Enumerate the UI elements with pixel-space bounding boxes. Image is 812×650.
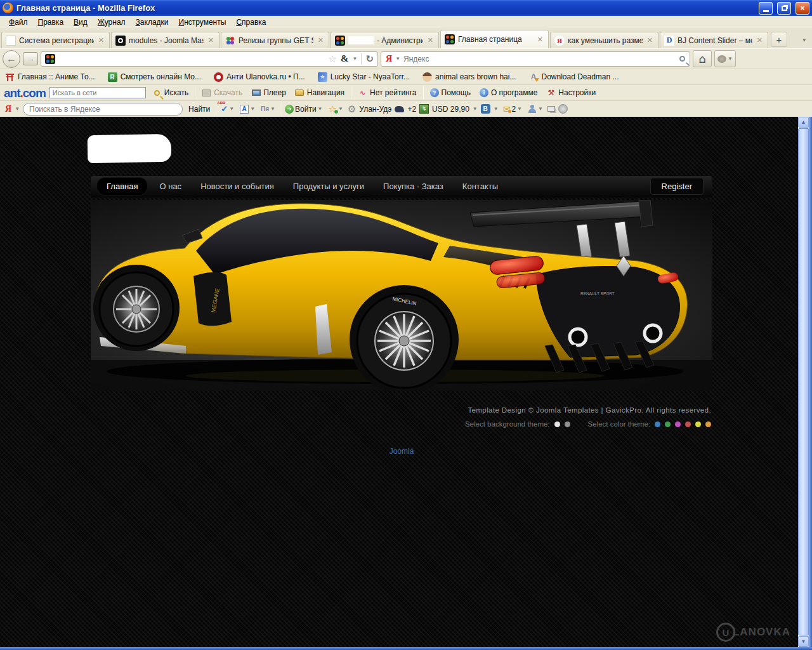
color-dot-blue[interactable] bbox=[655, 421, 660, 427]
bookmark-animal-ears[interactable]: animal ears brown hai... bbox=[422, 72, 516, 82]
tab-joomla-master-modules[interactable]: modules - Joomla Master ... ✕ bbox=[111, 32, 219, 48]
bookmark-lucky-star[interactable]: ★ Lucky Star - NyaaTorr... bbox=[318, 72, 410, 82]
bookmark-anime-home[interactable]: Главная :: Аниме То... bbox=[5, 72, 95, 82]
menu-bookmarks[interactable]: Закладки bbox=[131, 17, 174, 28]
weather-temp[interactable]: +2 bbox=[407, 105, 416, 114]
color-dot-yellow[interactable] bbox=[695, 421, 701, 427]
tab-close-icon[interactable]: ✕ bbox=[756, 36, 764, 44]
ant-rating-button[interactable]: ∿ Нет рейтинга bbox=[355, 88, 419, 98]
scroll-down-arrow[interactable]: ▼ bbox=[798, 636, 809, 647]
settings-circle-icon[interactable] bbox=[558, 104, 568, 114]
chevron-down-icon[interactable]: ▼ bbox=[494, 106, 499, 112]
menu-item-about[interactable]: О нас bbox=[150, 178, 191, 195]
color-dot-red[interactable] bbox=[685, 421, 691, 427]
search-bar[interactable]: Я ▼ bbox=[381, 51, 690, 67]
scrollbar-thumb[interactable] bbox=[798, 128, 809, 635]
chevron-down-icon[interactable]: ▼ bbox=[395, 56, 400, 62]
menu-item-news[interactable]: Новости и события bbox=[191, 178, 284, 195]
ant-search-button[interactable]: Искать bbox=[150, 88, 191, 98]
divider bbox=[216, 103, 216, 116]
menu-item-contacts[interactable]: Контакты bbox=[453, 178, 508, 195]
profile-button[interactable]: ▼ bbox=[527, 105, 544, 114]
menu-view[interactable]: Вид bbox=[69, 17, 93, 28]
list-all-tabs-button[interactable]: ▾ bbox=[799, 36, 809, 44]
chevron-down-icon[interactable]: ▼ bbox=[15, 106, 20, 112]
site-logo-redacted bbox=[88, 134, 172, 163]
menu-edit[interactable]: Правка bbox=[33, 17, 69, 28]
tab-bj-content-slider[interactable]: D BJ Content Slider – моду... ✕ bbox=[660, 32, 768, 48]
ant-search-input[interactable] bbox=[49, 87, 146, 98]
chevron-down-icon[interactable]: ▼ bbox=[473, 106, 478, 112]
yandex-logo[interactable]: Я bbox=[5, 104, 11, 114]
bookmark-star-icon[interactable]: ☆ bbox=[329, 53, 337, 65]
bookmark-download-deadman[interactable]: A Download Deadman ... bbox=[528, 72, 619, 82]
login-button[interactable]: ➔ Войти ▼ bbox=[284, 105, 324, 114]
yandex-search-input[interactable] bbox=[29, 105, 176, 114]
tab-close-icon[interactable]: ✕ bbox=[97, 36, 105, 44]
menu-tools[interactable]: Инструменты bbox=[174, 17, 232, 28]
tab-close-icon[interactable]: ✕ bbox=[426, 36, 435, 44]
vertical-scrollbar[interactable]: ▲ ▼ bbox=[798, 117, 809, 647]
tab-close-icon[interactable]: ✕ bbox=[646, 36, 654, 44]
register-button[interactable]: Register bbox=[650, 178, 704, 195]
translate-button[interactable]: А ▼ bbox=[239, 105, 256, 114]
tab-close-icon[interactable]: ✕ bbox=[207, 36, 215, 44]
color-dot-magenta[interactable] bbox=[675, 421, 681, 427]
menu-history[interactable]: Журнал bbox=[93, 17, 131, 28]
extension-button[interactable]: ▼ bbox=[714, 50, 736, 67]
forward-button[interactable]: → bbox=[23, 52, 38, 65]
new-tab-button[interactable]: + bbox=[771, 32, 787, 47]
ant-download-button[interactable]: Скачать bbox=[199, 88, 245, 98]
tab-get-smart-releases[interactable]: Релизы группы GET SMA... ✕ bbox=[221, 32, 329, 48]
bg-theme-dot-dark[interactable] bbox=[565, 421, 570, 427]
menu-bar: Файл Правка Вид Журнал Закладки Инструме… bbox=[0, 16, 812, 29]
tab-administration[interactable]: - Администриро... ✕ bbox=[331, 32, 439, 48]
spellcheck-button[interactable]: ABB✓ ▼ bbox=[219, 104, 235, 114]
tab-registration-system[interactable]: Система регистрации д... ✕ bbox=[1, 32, 110, 48]
close-button[interactable]: × bbox=[796, 2, 809, 15]
menu-file[interactable]: Файл bbox=[4, 17, 33, 28]
yandex-search-box[interactable] bbox=[23, 103, 183, 116]
scroll-up-arrow[interactable]: ▲ bbox=[798, 117, 809, 128]
bg-theme-dot-light[interactable] bbox=[554, 421, 560, 427]
ant-navigation-button[interactable]: Навигация bbox=[292, 88, 347, 98]
menu-item-home[interactable]: Главная bbox=[97, 178, 147, 195]
ant-help-button[interactable]: ? Помощь bbox=[428, 88, 473, 97]
mail-button[interactable]: ✉ 2 ▼ bbox=[502, 104, 523, 114]
home-button[interactable]: ⌂ bbox=[693, 50, 712, 67]
minimize-button[interactable] bbox=[759, 2, 773, 15]
search-input[interactable] bbox=[403, 55, 676, 63]
tab-reduce-size[interactable]: Я как уменьшить размер с... ✕ bbox=[550, 32, 658, 48]
vk-icon[interactable]: B bbox=[481, 104, 490, 114]
reload-icon[interactable]: ↻ bbox=[365, 53, 374, 65]
joomla-link[interactable]: Joomla bbox=[91, 447, 712, 456]
bookmark-anti-ulanovka[interactable]: Анти Ulanovka.ru • П... bbox=[214, 72, 305, 82]
chevron-down-icon[interactable]: ▼ bbox=[353, 56, 358, 62]
address-bar[interactable]: ☆ & ▼ ↻ bbox=[41, 51, 378, 67]
menu-help[interactable]: Справка bbox=[231, 17, 271, 28]
yandex-engine-icon[interactable]: Я bbox=[386, 54, 392, 64]
city-label[interactable]: Улан-Удэ bbox=[359, 105, 391, 114]
restore-button[interactable] bbox=[777, 2, 791, 15]
color-dot-orange[interactable] bbox=[705, 421, 711, 427]
ant-settings-button[interactable]: ⚒ Настройки bbox=[544, 88, 598, 98]
ant-about-button[interactable]: i О программе bbox=[477, 88, 540, 97]
ant-player-button[interactable]: Плеер bbox=[249, 88, 289, 98]
windows-icon[interactable] bbox=[547, 106, 555, 112]
currency-rate[interactable]: USD 29,90 bbox=[432, 105, 469, 114]
ampersand-extension-icon[interactable]: & bbox=[341, 53, 349, 64]
translit-button[interactable]: Пя ▼ bbox=[259, 105, 277, 112]
color-dot-green[interactable] bbox=[665, 421, 671, 427]
search-icon[interactable] bbox=[679, 56, 685, 62]
gear-icon[interactable]: ⚙ bbox=[348, 103, 356, 115]
menu-item-purchase[interactable]: Покупка - Заказ bbox=[374, 178, 453, 195]
tab-close-icon[interactable]: ✕ bbox=[317, 36, 325, 44]
yandex-find-button[interactable]: Найти bbox=[186, 105, 213, 114]
favorites-button[interactable]: ☆ ▼ bbox=[327, 103, 344, 115]
tab-home-page-active[interactable]: Главная страница ✕ bbox=[440, 30, 549, 48]
tab-close-icon[interactable]: ✕ bbox=[536, 36, 544, 44]
bookmark-watch-online[interactable]: R Смотреть онлайн Мо... bbox=[108, 72, 201, 82]
menu-item-products[interactable]: Продукты и услуги bbox=[284, 178, 374, 195]
back-button[interactable]: ← bbox=[3, 50, 20, 68]
chevron-down-icon: ▼ bbox=[728, 56, 733, 62]
